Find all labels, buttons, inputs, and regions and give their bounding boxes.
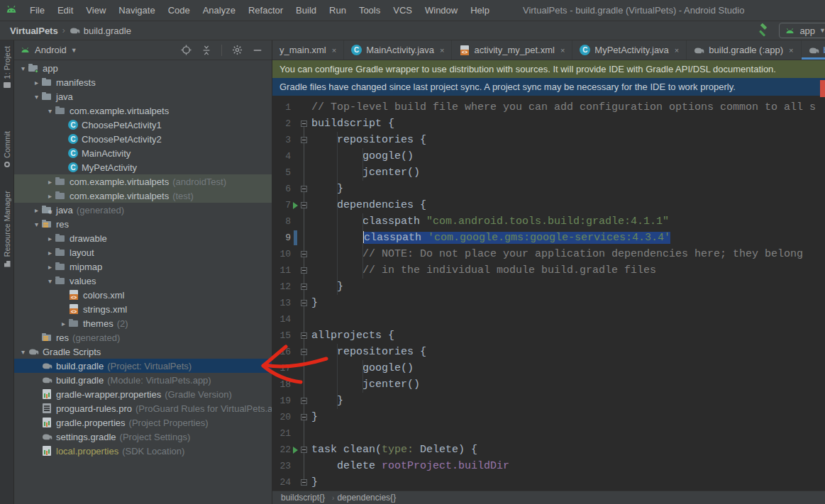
fold-marker-icon[interactable]	[299, 284, 309, 290]
tree-expand-arrow[interactable]: ▸	[32, 206, 41, 214]
fold-marker-icon[interactable]	[299, 137, 309, 143]
tree-item-manifests[interactable]: ▸manifests	[14, 75, 272, 89]
tree-item-strings-xml[interactable]: strings.xml	[14, 302, 272, 316]
tree-expand-arrow[interactable]: ▸	[45, 235, 55, 242]
tool-window-commit[interactable]: Commit	[0, 131, 14, 167]
fold-marker-icon[interactable]	[299, 267, 309, 274]
tree-expand-arrow[interactable]: ▸	[32, 79, 41, 86]
menu-build[interactable]: Build	[289, 0, 323, 21]
tree-item-mainactivity[interactable]: CMainActivity	[14, 146, 272, 160]
tree-expand-arrow[interactable]: ▾	[18, 348, 28, 356]
fold-marker-icon[interactable]	[299, 300, 309, 306]
tree-expand-arrow[interactable]: ▸	[59, 320, 68, 327]
fold-marker-icon[interactable]	[299, 121, 309, 127]
menu-code[interactable]: Code	[162, 0, 196, 21]
breadcrumb-dependencies[interactable]: dependencies{}	[337, 493, 396, 503]
menu-file[interactable]: File	[23, 0, 51, 21]
run-gutter-icon[interactable]	[291, 202, 299, 209]
menu-navigate[interactable]: Navigate	[112, 0, 161, 21]
tree-expand-arrow[interactable]: ▾	[45, 107, 55, 115]
tree-item-layout[interactable]: ▸layout	[14, 245, 272, 259]
close-icon[interactable]: ×	[440, 46, 444, 55]
fold-marker-icon[interactable]	[299, 349, 309, 355]
tree-expand-arrow[interactable]: ▾	[32, 220, 41, 228]
tree-expand-arrow[interactable]: ▸	[45, 249, 55, 257]
menu-vcs[interactable]: VCS	[387, 0, 419, 21]
locate-icon[interactable]	[180, 45, 192, 56]
tree-item-choosepetactivity2[interactable]: CChoosePetActivity2	[14, 132, 272, 146]
tree-item-gradle-wrapper-properties-gradle-version[interactable]: gradle-wrapper.properties(Gradle Version…	[14, 387, 272, 401]
tree-item-colors-xml[interactable]: colors.xml	[14, 288, 272, 302]
menu-tools[interactable]: Tools	[353, 0, 387, 21]
menu-window[interactable]: Window	[419, 0, 464, 21]
menu-help[interactable]: Help	[464, 0, 496, 21]
tree-item-java[interactable]: ▾java	[14, 89, 272, 103]
collapse-all-icon[interactable]	[201, 45, 212, 56]
tree-item-com-example-virtualpets[interactable]: ▾com.example.virtualpets	[14, 103, 272, 118]
tree-item-res-generated[interactable]: res(generated)	[14, 330, 272, 345]
tree-item-drawable[interactable]: ▸drawable	[14, 231, 272, 245]
tree-expand-arrow[interactable]: ▾	[18, 65, 28, 72]
fold-marker-icon[interactable]	[299, 332, 309, 339]
breadcrumb-buildscript[interactable]: buildscript{}	[281, 493, 325, 503]
fold-marker-icon[interactable]	[299, 251, 309, 257]
fold-marker-icon[interactable]	[299, 398, 309, 404]
tree-item-com-example-virtualpets-test[interactable]: ▸com.example.virtualpets(test)	[14, 189, 272, 203]
gradle-elephant-icon	[41, 431, 52, 442]
tree-expand-arrow[interactable]: ▸	[45, 192, 55, 200]
breadcrumb-file[interactable]: build.gradle	[70, 26, 131, 36]
fold-marker-icon[interactable]	[299, 447, 309, 453]
tree-item-choosepetactivity1[interactable]: CChoosePetActivity1	[14, 118, 272, 132]
tree-expand-arrow[interactable]: ▸	[45, 263, 55, 271]
close-icon[interactable]: ×	[789, 46, 793, 55]
close-icon[interactable]: ×	[675, 46, 679, 55]
fold-marker-icon[interactable]	[299, 414, 309, 420]
tab-mainactivity-java[interactable]: CMainActivity.java×	[344, 40, 452, 60]
tree-item-values[interactable]: ▾values	[14, 274, 272, 288]
menu-view[interactable]: View	[79, 0, 112, 21]
tree-item-com-example-virtualpets-androidtest[interactable]: ▸com.example.virtualpets(androidTest)	[14, 174, 272, 189]
run-configuration-dropdown[interactable]: app ▼	[779, 23, 825, 38]
close-icon[interactable]: ×	[560, 46, 565, 55]
tab-mypetactivity-java[interactable]: CMyPetActivity.java×	[572, 40, 687, 60]
tree-item-res[interactable]: ▾res	[14, 217, 272, 231]
tree-item-local-properties-sdk-location[interactable]: local.properties(SDK Location)	[14, 444, 272, 458]
tab-build-gradle-v[interactable]: build.gradle (V	[802, 40, 825, 60]
breadcrumb-project[interactable]: VirtualPets	[10, 26, 58, 36]
tree-item-proguard-rules-pro-proguard-rules-for-virtualpets-app[interactable]: proguard-rules.pro(ProGuard Rules for Vi…	[14, 401, 272, 415]
close-icon[interactable]: ×	[332, 46, 336, 55]
run-gutter-icon[interactable]	[291, 447, 299, 454]
tree-item-gradle-scripts[interactable]: ▾Gradle Scripts	[14, 345, 272, 359]
tree-item-app[interactable]: ▾app	[14, 61, 272, 75]
menu-refactor[interactable]: Refactor	[242, 0, 289, 21]
tree-expand-arrow[interactable]: ▾	[32, 93, 41, 101]
tree-item-build-gradle-project-virtualpets[interactable]: build.gradle(Project: VirtualPets)	[14, 359, 272, 373]
tool-window-resource-manager[interactable]: Resource Manager	[0, 191, 14, 267]
tree-item-gradle-properties-project-properties[interactable]: gradle.properties(Project Properties)	[14, 415, 272, 430]
fold-marker-icon[interactable]	[299, 202, 309, 208]
code-editor[interactable]: 1// Top-level build file where you can a…	[272, 99, 825, 491]
tree-item-settings-gradle-project-settings[interactable]: settings.gradle(Project Settings)	[14, 430, 272, 444]
tree-item-build-gradle-module-virtualpets-app[interactable]: build.gradle(Module: VirtualPets.app)	[14, 373, 272, 387]
tree-item-suffix: (SDK Location)	[122, 446, 184, 457]
tree-item-java-generated[interactable]: ▸✲java(generated)	[14, 203, 272, 217]
tab-y-main-xml[interactable]: y_main.xml×	[272, 40, 344, 60]
menu-edit[interactable]: Edit	[51, 0, 79, 21]
tree-item-mipmap[interactable]: ▸mipmap	[14, 259, 272, 274]
menu-run[interactable]: Run	[323, 0, 353, 21]
properties-file-icon	[41, 388, 52, 400]
tab-activity-my-pet-xml[interactable]: activity_my_pet.xml×	[452, 40, 572, 60]
project-view-selector[interactable]: Android ▼	[20, 45, 77, 55]
tab-build-gradle-app[interactable]: build.gradle (:app)×	[687, 40, 801, 60]
fold-marker-icon[interactable]	[299, 186, 309, 192]
tree-expand-arrow[interactable]: ▾	[45, 277, 55, 285]
menu-analyze[interactable]: Analyze	[196, 0, 242, 21]
tool-window-project[interactable]: 1: Project	[0, 46, 14, 88]
tree-item-themes-2[interactable]: ▸themes(2)	[14, 316, 272, 330]
settings-gear-icon[interactable]	[231, 45, 243, 56]
hide-panel-icon[interactable]	[252, 45, 263, 56]
build-hammer-icon[interactable]	[755, 23, 769, 38]
fold-marker-icon[interactable]	[299, 479, 309, 486]
tree-expand-arrow[interactable]: ▸	[45, 178, 55, 186]
tree-item-mypetactivity[interactable]: CMyPetActivity	[14, 160, 272, 174]
